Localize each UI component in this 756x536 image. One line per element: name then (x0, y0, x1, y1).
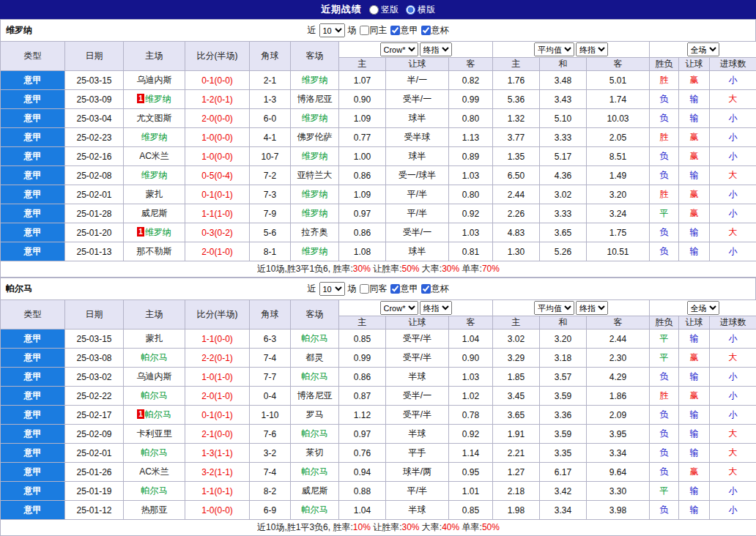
bookmaker-select[interactable]: Crow* (380, 301, 418, 315)
away-team-cell[interactable]: 博洛尼亚 (291, 90, 339, 109)
away-team-cell[interactable]: 维罗纳 (291, 147, 339, 166)
home-team-cell[interactable]: 蒙扎 (124, 330, 185, 349)
team-link[interactable]: 威尼斯 (302, 485, 328, 496)
home-team-cell[interactable]: AC米兰 (124, 463, 185, 482)
team-link[interactable]: 维罗纳 (141, 170, 168, 180)
average-select[interactable]: 平均值 (534, 301, 574, 315)
team-link[interactable]: 尤文图斯 (137, 113, 172, 123)
team-link[interactable]: 维罗纳 (302, 151, 328, 161)
recent-count-select[interactable]: 10 (319, 23, 345, 37)
team-link[interactable]: 博洛尼亚 (297, 390, 333, 401)
same-venue-checkbox[interactable]: 同主 (360, 24, 388, 37)
score-cell[interactable]: 1-0(0-0) (185, 501, 250, 520)
score-cell[interactable]: 0-1(0-1) (185, 185, 250, 204)
home-team-cell[interactable]: 帕尔马 (124, 387, 185, 406)
away-team-cell[interactable]: 莱切 (291, 444, 339, 463)
cup-checkbox[interactable]: 意杯 (421, 24, 449, 37)
bookmaker-select[interactable]: Crow* (380, 42, 418, 56)
team-link[interactable]: 维罗纳 (302, 246, 328, 256)
layout-option-horizontal[interactable]: 横版 (406, 4, 435, 16)
away-team-cell[interactable]: 维罗纳 (291, 242, 339, 261)
score-cell[interactable]: 2-0(1-0) (185, 242, 250, 261)
league-checkbox-input[interactable] (390, 284, 400, 294)
home-team-cell[interactable]: 乌迪内斯 (124, 368, 185, 387)
away-team-cell[interactable]: 佛罗伦萨 (291, 128, 339, 147)
home-team-cell[interactable]: 威尼斯 (124, 204, 185, 223)
final-odds2-select[interactable]: 终指 (576, 301, 608, 315)
away-team-cell[interactable]: 亚特兰大 (291, 166, 339, 185)
horizontal-radio[interactable] (406, 5, 415, 15)
team-link[interactable]: 帕尔马 (302, 371, 328, 381)
final-odds2-select[interactable]: 终指 (576, 42, 608, 56)
away-team-cell[interactable]: 维罗纳 (291, 185, 339, 204)
team-link[interactable]: 帕尔马 (302, 428, 328, 439)
score-cell[interactable]: 0-5(0-4) (185, 166, 250, 185)
team-link[interactable]: 帕尔马 (302, 333, 328, 343)
away-team-cell[interactable]: 维罗纳 (291, 71, 339, 90)
away-team-cell[interactable]: 帕尔马 (291, 463, 339, 482)
home-team-cell[interactable]: 帕尔马 (124, 482, 185, 501)
team-link[interactable]: 威尼斯 (141, 208, 168, 218)
home-team-cell[interactable]: AC米兰 (124, 147, 185, 166)
league-checkbox[interactable]: 意甲 (390, 24, 418, 37)
team-link[interactable]: 卡利亚里 (137, 428, 172, 439)
score-cell[interactable]: 0-3(0-2) (185, 223, 250, 242)
team-link[interactable]: 那不勒斯 (137, 246, 172, 256)
team-link[interactable]: 帕尔马 (145, 409, 171, 420)
score-cell[interactable]: 2-1(0-0) (185, 425, 250, 444)
score-cell[interactable]: 1-2(0-1) (185, 90, 250, 109)
team-link[interactable]: 亚特兰大 (297, 170, 333, 180)
score-cell[interactable]: 1-3(1-1) (185, 444, 250, 463)
team-link[interactable]: 维罗纳 (302, 113, 328, 123)
away-team-cell[interactable]: 都灵 (291, 349, 339, 368)
team-link[interactable]: 莱切 (306, 447, 324, 458)
team-link[interactable]: 帕尔马 (141, 352, 168, 362)
team-link[interactable]: AC米兰 (139, 466, 169, 477)
score-cell[interactable]: 2-0(1-0) (185, 387, 250, 406)
away-team-cell[interactable]: 罗马 (291, 406, 339, 425)
recent-count-select[interactable]: 10 (319, 282, 345, 296)
fulltime-select[interactable]: 全场 (687, 301, 719, 315)
team-link[interactable]: 热那亚 (141, 505, 168, 515)
cup-checkbox[interactable]: 意杯 (421, 283, 449, 295)
team-link[interactable]: 帕尔马 (302, 466, 328, 477)
league-checkbox-input[interactable] (390, 26, 400, 35)
score-cell[interactable]: 1-1(1-0) (185, 204, 250, 223)
score-cell[interactable]: 2-2(0-1) (185, 349, 250, 368)
same-venue-checkbox-input[interactable] (360, 26, 369, 35)
score-cell[interactable]: 0-1(0-0) (185, 71, 250, 90)
final-odds-select[interactable]: 终指 (420, 301, 452, 315)
layout-option-vertical[interactable]: 竖版 (369, 4, 399, 16)
same-venue-checkbox[interactable]: 同客 (360, 283, 388, 295)
score-cell[interactable]: 0-1(0-1) (185, 406, 250, 425)
team-link[interactable]: 蒙扎 (146, 333, 163, 343)
score-cell[interactable]: 1-0(0-0) (185, 147, 250, 166)
team-link[interactable]: 罗马 (306, 409, 324, 420)
home-team-cell[interactable]: 1维罗纳 (124, 223, 185, 242)
score-cell[interactable]: 3-2(1-1) (185, 463, 250, 482)
fulltime-select[interactable]: 全场 (687, 42, 719, 56)
home-team-cell[interactable]: 维罗纳 (124, 128, 185, 147)
team-link[interactable]: 拉齐奥 (302, 227, 328, 237)
team-link[interactable]: 帕尔马 (141, 485, 168, 496)
team-link[interactable]: 帕尔马 (302, 505, 328, 515)
team-link[interactable]: 维罗纳 (141, 132, 168, 142)
home-team-cell[interactable]: 卡利亚里 (124, 425, 185, 444)
home-team-cell[interactable]: 那不勒斯 (124, 242, 185, 261)
away-team-cell[interactable]: 博洛尼亚 (291, 387, 339, 406)
same-venue-checkbox-input[interactable] (360, 284, 369, 294)
team-link[interactable]: 帕尔马 (141, 447, 168, 458)
away-team-cell[interactable]: 帕尔马 (291, 501, 339, 520)
team-link[interactable]: 维罗纳 (302, 208, 328, 218)
vertical-radio[interactable] (369, 5, 379, 15)
team-link[interactable]: 都灵 (306, 352, 324, 362)
home-team-cell[interactable]: 热那亚 (124, 501, 185, 520)
home-team-cell[interactable]: 尤文图斯 (124, 109, 185, 128)
away-team-cell[interactable]: 威尼斯 (291, 482, 339, 501)
away-team-cell[interactable]: 帕尔马 (291, 425, 339, 444)
away-team-cell[interactable]: 拉齐奥 (291, 223, 339, 242)
home-team-cell[interactable]: 1维罗纳 (124, 90, 185, 109)
home-team-cell[interactable]: 1帕尔马 (124, 406, 185, 425)
score-cell[interactable]: 2-0(0-0) (185, 109, 250, 128)
team-link[interactable]: 维罗纳 (145, 94, 171, 104)
